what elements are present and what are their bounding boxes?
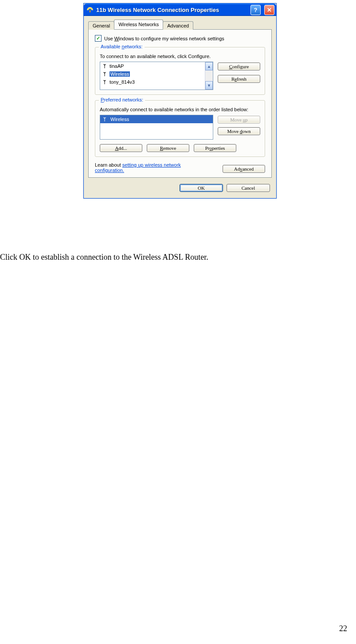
antenna-icon	[102, 63, 107, 69]
page-caption: Click OK to establish a connection to th…	[0, 253, 208, 262]
list-item[interactable]: Wireless	[100, 70, 205, 78]
refresh-button[interactable]: Refresh	[218, 75, 260, 83]
antenna-icon	[102, 79, 107, 85]
scroll-up-icon[interactable]: ▲	[205, 62, 213, 70]
tab-panel: ✓ Use Windows to configure my wireless n…	[88, 29, 272, 178]
tab-general[interactable]: General	[88, 21, 114, 30]
cancel-button[interactable]: Cancel	[227, 184, 270, 192]
scroll-down-icon[interactable]: ▼	[205, 81, 213, 90]
antenna-icon	[102, 71, 107, 77]
antenna-icon	[102, 117, 107, 122]
scrollbar[interactable]: ▲ ▼	[205, 62, 213, 90]
list-item[interactable]: tony_814v3	[100, 78, 205, 86]
list-item[interactable]: tinaAP	[100, 62, 205, 70]
page-number: 22	[339, 624, 347, 633]
available-networks-list[interactable]: tinaAP Wireless tony_814v3	[100, 62, 213, 90]
close-button[interactable]: ✕	[264, 5, 274, 15]
advanced-button[interactable]: Advanced	[223, 165, 265, 173]
remove-button[interactable]: Remove	[147, 144, 189, 152]
tab-wireless-networks[interactable]: Wireless Networks	[114, 20, 163, 29]
available-desc: To connect to an available network, clic…	[100, 54, 260, 59]
tab-strip: General Wireless Networks Advanced	[84, 16, 276, 29]
properties-dialog: 11b Wireless Network Connection Properti…	[83, 3, 277, 199]
tab-advanced[interactable]: Advanced	[163, 21, 193, 30]
available-networks-group: Available networks: To connect to an ava…	[95, 47, 265, 95]
available-networks-legend: Available networks:	[99, 44, 145, 49]
preferred-networks-list[interactable]: Wireless	[100, 115, 213, 140]
preferred-desc: Automatically connect to available netwo…	[100, 107, 260, 112]
wireless-icon	[86, 6, 94, 13]
add-button[interactable]: Add...	[100, 144, 142, 152]
learn-text: Learn about setting up wireless network …	[95, 162, 206, 173]
svg-rect-0	[90, 10, 90, 12]
use-windows-label: Use Windows to configure my wireless net…	[104, 36, 224, 41]
list-item[interactable]: Wireless	[100, 115, 213, 123]
properties-button[interactable]: Properties	[194, 144, 236, 152]
dialog-title: 11b Wireless Network Connection Properti…	[96, 7, 247, 13]
configure-button[interactable]: Configure	[218, 62, 260, 70]
use-windows-checkbox[interactable]: ✓	[95, 35, 102, 42]
preferred-networks-group: Preferred networks: Automatically connec…	[95, 100, 265, 157]
preferred-networks-legend: Preferred networks:	[99, 97, 145, 102]
move-up-button[interactable]: Move up	[218, 116, 260, 124]
move-down-button[interactable]: Move down	[218, 127, 260, 135]
learn-row: Learn about setting up wireless network …	[95, 162, 265, 173]
ok-button[interactable]: OK	[180, 184, 223, 192]
dialog-button-bar: OK Cancel	[84, 181, 276, 198]
help-button[interactable]: ?	[250, 5, 261, 15]
use-windows-row: ✓ Use Windows to configure my wireless n…	[95, 35, 265, 42]
titlebar[interactable]: 11b Wireless Network Connection Properti…	[84, 4, 276, 16]
